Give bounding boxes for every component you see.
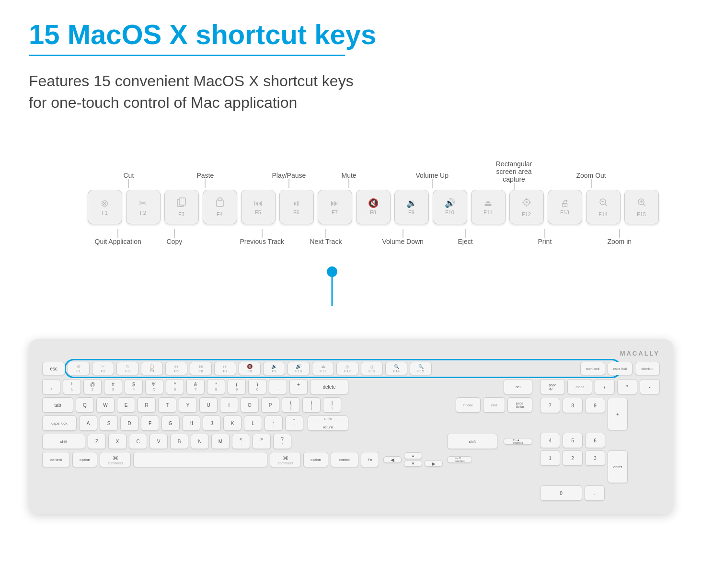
kb-key-opt-l[interactable]: option — [72, 452, 97, 467]
kb-key-w[interactable]: W — [96, 397, 115, 413]
kb-key-comma[interactable]: <, — [232, 434, 250, 449]
kb-key-f9[interactable]: 🔉 F9 — [263, 362, 285, 375]
kb-np-slash[interactable]: / — [595, 379, 615, 394]
kb-np-enter[interactable]: enter — [608, 450, 628, 483]
kb-key-f10[interactable]: 🔊 F10 — [288, 362, 310, 375]
kb-key-2[interactable]: @2 — [83, 379, 102, 394]
kb-key-f11[interactable]: ⏏ F11 — [312, 362, 334, 375]
kb-np-2[interactable]: 2 — [563, 450, 583, 466]
kb-key-fn[interactable]: Fn — [361, 452, 379, 467]
kb-key-h[interactable]: H — [182, 415, 200, 431]
kb-np-plus[interactable]: + — [608, 398, 628, 430]
kb-key-y[interactable]: Y — [179, 397, 197, 413]
kb-key-f3[interactable]: ⧉ F3 — [116, 362, 138, 375]
kb-key-n[interactable]: N — [191, 434, 209, 449]
kb-key-a[interactable]: A — [79, 415, 97, 431]
kb-key-6[interactable]: ^6 — [166, 379, 184, 394]
kb-key-del[interactable]: del — [504, 379, 532, 394]
kb-key-tab[interactable]: tab — [42, 397, 73, 413]
kb-key-slash[interactable]: ?/ — [273, 434, 291, 449]
kb-key-l[interactable]: L — [244, 415, 262, 431]
kb-key-arrow-right[interactable]: ▶ — [425, 460, 443, 467]
kb-key-r[interactable]: R — [138, 397, 156, 413]
kb-key-bracket-r[interactable]: }] — [302, 397, 321, 413]
kb-key-f13[interactable]: 🖨 F13 — [361, 362, 383, 375]
kb-key-j[interactable]: J — [203, 415, 221, 431]
kb-key-f14[interactable]: 🔍 F14 — [385, 362, 407, 375]
kb-np-4[interactable]: 4 — [540, 433, 560, 448]
kb-key-end[interactable]: end — [483, 397, 505, 413]
kb-key-f4[interactable]: 📋 F4 — [141, 362, 163, 375]
kb-key-backslash[interactable]: |\ — [323, 397, 341, 413]
kb-key-pageup[interactable]: pageup — [540, 379, 565, 394]
kb-np-1[interactable]: 1 — [540, 450, 560, 466]
kb-key-k[interactable]: K — [223, 415, 242, 431]
kb-key-z[interactable]: Z — [88, 434, 106, 449]
kb-key-f8[interactable]: 🔇 F8 — [239, 362, 261, 375]
kb-np-decimal[interactable]: . — [585, 485, 605, 501]
kb-key-q[interactable]: Q — [76, 397, 94, 413]
kb-key-quote[interactable]: "' — [285, 415, 303, 431]
kb-key-f6[interactable]: ⏯ F6 — [190, 362, 212, 375]
kb-key-esc[interactable]: esc — [42, 362, 65, 375]
kb-key-capslock-main[interactable]: caps lock — [42, 415, 77, 431]
kb-key-v[interactable]: V — [150, 434, 168, 449]
kb-key-arrow-left[interactable]: ◀ — [383, 456, 402, 463]
kb-key-cmd-l[interactable]: ⌘ command — [100, 452, 131, 467]
kb-key-ctrl-r[interactable]: control — [331, 452, 358, 467]
kb-key-equals[interactable]: += — [289, 379, 308, 394]
kb-key-period[interactable]: >. — [253, 434, 271, 449]
kb-key-x[interactable]: X — [108, 434, 127, 449]
kb-np-9[interactable]: 9 — [585, 398, 605, 413]
kb-key-f7[interactable]: ⏭ F7 — [214, 362, 236, 375]
kb-key-fn-function[interactable]: fn+▼function — [447, 456, 472, 463]
kb-key-arrow-down[interactable]: ▼ — [404, 460, 422, 467]
kb-key-g[interactable]: G — [161, 415, 180, 431]
kb-key-f5[interactable]: ⏮ F5 — [165, 362, 187, 375]
kb-key-delete[interactable]: delete — [310, 379, 348, 394]
kb-np-5[interactable]: 5 — [563, 433, 583, 448]
kb-key-1[interactable]: !1 — [63, 379, 81, 394]
kb-np-0[interactable]: 0 — [540, 485, 582, 501]
kb-key-bracket-l[interactable]: {[ — [282, 397, 300, 413]
kb-np-minus[interactable]: - — [640, 379, 660, 394]
kb-key-pagedown[interactable]: pagedown — [507, 397, 532, 413]
kb-key-e[interactable]: E — [117, 397, 135, 413]
kb-key-u[interactable]: U — [199, 397, 218, 413]
kb-key-fn-shortcut[interactable]: fn+▲shortcut — [504, 438, 532, 445]
kb-key-c[interactable]: C — [129, 434, 147, 449]
kb-key-b[interactable]: B — [170, 434, 188, 449]
kb-np-3[interactable]: 3 — [585, 450, 605, 466]
kb-key-semicolon[interactable]: :; — [265, 415, 283, 431]
kb-key-d[interactable]: D — [120, 415, 138, 431]
kb-key-4[interactable]: $4 — [125, 379, 143, 394]
kb-key-clear[interactable]: clear — [567, 379, 592, 394]
kb-key-8[interactable]: *8 — [207, 379, 225, 394]
kb-key-p[interactable]: P — [261, 397, 279, 413]
kb-key-dash[interactable]: _– — [269, 379, 287, 394]
kb-np-6[interactable]: 6 — [585, 433, 605, 448]
kb-key-ctrl-l[interactable]: control — [42, 452, 70, 467]
kb-key-t[interactable]: T — [158, 397, 176, 413]
kb-key-o[interactable]: O — [241, 397, 259, 413]
kb-key-7[interactable]: &7 — [186, 379, 205, 394]
kb-key-i[interactable]: I — [220, 397, 238, 413]
kb-key-9[interactable]: (9 — [228, 379, 246, 394]
kb-key-f2[interactable]: ✂ F2 — [92, 362, 114, 375]
kb-key-shift-l[interactable]: shift — [42, 434, 85, 449]
kb-key-home[interactable]: home — [456, 397, 481, 413]
kb-key-0[interactable]: )0 — [248, 379, 266, 394]
kb-key-s[interactable]: S — [100, 415, 118, 431]
kb-key-f12[interactable]: ◎ F12 — [336, 362, 358, 375]
kb-key-cmd-r[interactable]: ⌘ command — [270, 452, 301, 467]
kb-key-arrow-up[interactable]: ▲ — [404, 452, 422, 459]
kb-key-f15[interactable]: 🔍 F15 — [410, 362, 432, 375]
kb-key-f[interactable]: F — [141, 415, 159, 431]
kb-key-minus[interactable]: –1 — [42, 379, 60, 394]
kb-key-m[interactable]: M — [211, 434, 230, 449]
kb-key-5[interactable]: %5 — [145, 379, 163, 394]
kb-key-space[interactable] — [133, 452, 267, 467]
kb-key-f1[interactable]: ⊗ F1 — [68, 362, 90, 375]
kb-np-multiply[interactable]: * — [617, 379, 637, 394]
kb-key-3[interactable]: #3 — [104, 379, 122, 394]
